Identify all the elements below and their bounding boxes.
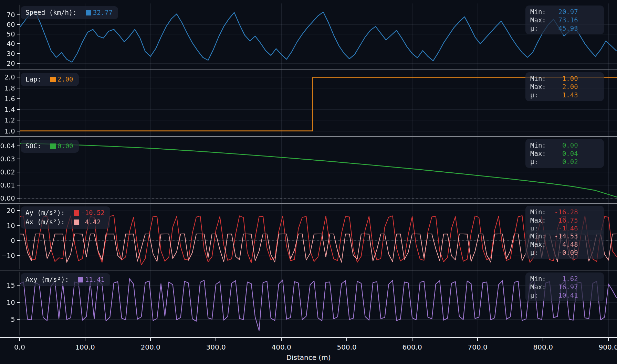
stat-value: 1.00 <box>554 74 578 83</box>
legend-current-value: 32.77 <box>93 8 113 17</box>
series-swatch-icon <box>50 143 56 149</box>
ayax-legend: Ay (m/s²):-10.52 Ax (m/s²): 4.42 <box>21 206 110 229</box>
x-tick-label: 600.0 <box>402 343 422 351</box>
soc-plot-canvas[interactable] <box>0 137 617 203</box>
lap-plot-canvas[interactable] <box>0 70 617 136</box>
x-tick-label: 500.0 <box>337 343 357 351</box>
stat-row-max: Max: 16.75 <box>530 216 599 224</box>
stat-value: 0.02 <box>554 158 578 166</box>
soc-stats: Min: 0.00 Max: 0.04 μ: 0.02 <box>525 139 604 168</box>
stat-label: μ: <box>530 158 554 166</box>
legend-current-value: 4.42 <box>81 217 101 227</box>
stat-label: Max: <box>530 240 554 248</box>
speed-legend: Speed (km/h):32.77 <box>21 6 118 19</box>
stat-label: Max: <box>530 149 554 158</box>
stat-row-mu: μ: 45.93 <box>530 24 599 32</box>
axy-legend: Axy (m/s²):11.41 <box>21 273 110 286</box>
stat-label: μ: <box>530 291 554 299</box>
x-tick-mark <box>281 338 282 341</box>
stat-row-max: Max: 0.04 <box>530 149 599 158</box>
stat-value: 16.75 <box>554 216 578 224</box>
stat-row-mu: μ: 10.41 <box>530 291 599 299</box>
stat-label: Max: <box>530 16 554 24</box>
panel-lap: 1.01.21.41.61.82.0 Lap:2.00 Min: 1.00 Ma… <box>0 70 617 137</box>
x-axis-label: Distance (m) <box>0 353 617 362</box>
stat-value: 20.97 <box>554 8 578 16</box>
panel-ayax: −1001020 Ay (m/s²):-10.52 Ax (m/s²): 4.4… <box>0 204 617 270</box>
legend-label: SOC: <box>25 141 41 151</box>
stat-value: -0.09 <box>554 248 578 257</box>
ax-stats: Min:-14.53 Max: 4.48 μ: -0.09 <box>525 230 604 259</box>
x-tick-label: 100.0 <box>75 343 95 351</box>
x-tick-mark <box>216 338 216 341</box>
stat-value: 45.93 <box>554 24 578 32</box>
stat-label: Min: <box>530 275 554 283</box>
telemetry-dashboard: 203040506070 Speed (km/h):32.77 Min: 20.… <box>0 0 617 364</box>
stat-label: Min: <box>530 74 554 83</box>
stat-label: Max: <box>530 283 554 291</box>
stat-row-min: Min: 0.00 <box>530 141 599 149</box>
series-swatch-icon <box>74 210 79 216</box>
stat-row-mu: μ: 1.43 <box>530 91 599 99</box>
stat-value: 16.97 <box>554 283 578 291</box>
stat-row-max: Max: 16.97 <box>530 283 599 291</box>
stat-row-min: Min: 20.97 <box>530 8 599 16</box>
x-tick-label: 200.0 <box>140 343 160 351</box>
series-swatch-icon <box>50 77 56 82</box>
legend-label: Axy (m/s²): <box>25 275 69 284</box>
lap-stats: Min: 1.00 Max: 2.00 μ: 1.43 <box>525 72 604 101</box>
legend-row: Axy (m/s²):11.41 <box>25 275 105 284</box>
stat-label: Max: <box>530 83 554 91</box>
legend-current-value: 2.00 <box>57 75 73 84</box>
x-tick-mark <box>412 338 412 341</box>
stat-value: 10.41 <box>554 291 578 299</box>
x-tick-mark <box>477 338 478 341</box>
panel-axy: 51015 Axy (m/s²):11.41 Min: 1.62 Max: 16… <box>0 270 617 337</box>
legend-current-value: -10.52 <box>81 208 105 217</box>
panel-speed: 203040506070 Speed (km/h):32.77 Min: 20.… <box>0 3 617 70</box>
x-tick-mark <box>608 338 609 341</box>
series-swatch-icon <box>74 220 79 225</box>
x-tick-label: 700.0 <box>468 343 488 351</box>
stat-label: Min: <box>530 8 554 16</box>
legend-row: SOC:0.00 <box>25 141 73 151</box>
x-tick-label: 0.0 <box>14 343 25 351</box>
panel-soc: 0.000.010.020.030.04 SOC:0.00 Min: 0.00 … <box>0 137 617 204</box>
stat-row-max: Max: 4.48 <box>530 240 599 248</box>
soc-legend: SOC:0.00 <box>21 140 79 153</box>
x-axis: Distance (m) 0.0100.0200.0300.0400.0500.… <box>0 337 617 363</box>
series-swatch-icon <box>86 10 91 15</box>
stat-row-mu: μ: -0.09 <box>530 248 599 257</box>
x-tick-label: 400.0 <box>271 343 291 351</box>
x-tick-mark <box>543 338 543 341</box>
stat-row-min: Min: 1.62 <box>530 275 599 283</box>
series-swatch-icon <box>78 277 83 282</box>
top-padding <box>0 0 617 3</box>
stat-value: 0.04 <box>554 149 578 158</box>
stat-label: Min: <box>530 141 554 149</box>
stat-value: 1.62 <box>554 275 578 283</box>
speed-stats: Min: 20.97 Max: 73.16 μ: 45.93 <box>525 6 604 34</box>
stat-value: 73.16 <box>554 16 578 24</box>
stat-label: Min: <box>530 208 554 216</box>
legend-current-value: 0.00 <box>57 141 73 151</box>
stat-value: 1.43 <box>554 91 578 99</box>
axy-stats: Min: 1.62 Max: 16.97 μ: 10.41 <box>525 272 604 301</box>
x-tick-label: 800.0 <box>533 343 553 351</box>
stat-label: μ: <box>530 248 554 257</box>
stat-label: Max: <box>530 216 554 224</box>
legend-row: Speed (km/h):32.77 <box>25 8 113 17</box>
x-tick-mark <box>346 338 347 341</box>
legend-current-value: 11.41 <box>85 275 105 284</box>
legend-row: Ay (m/s²):-10.52 <box>25 208 105 217</box>
stat-row-min: Min:-16.28 <box>530 208 599 216</box>
stat-label: μ: <box>530 91 554 99</box>
stat-value: 0.00 <box>554 141 578 149</box>
x-tick-mark <box>19 338 20 341</box>
stat-row-max: Max: 2.00 <box>530 83 599 91</box>
legend-label: Speed (km/h): <box>25 8 77 17</box>
legend-row: Ax (m/s²): 4.42 <box>25 217 105 227</box>
stat-value: 2.00 <box>554 83 578 91</box>
x-tick-mark <box>85 338 85 341</box>
stat-value: -16.28 <box>554 208 578 216</box>
